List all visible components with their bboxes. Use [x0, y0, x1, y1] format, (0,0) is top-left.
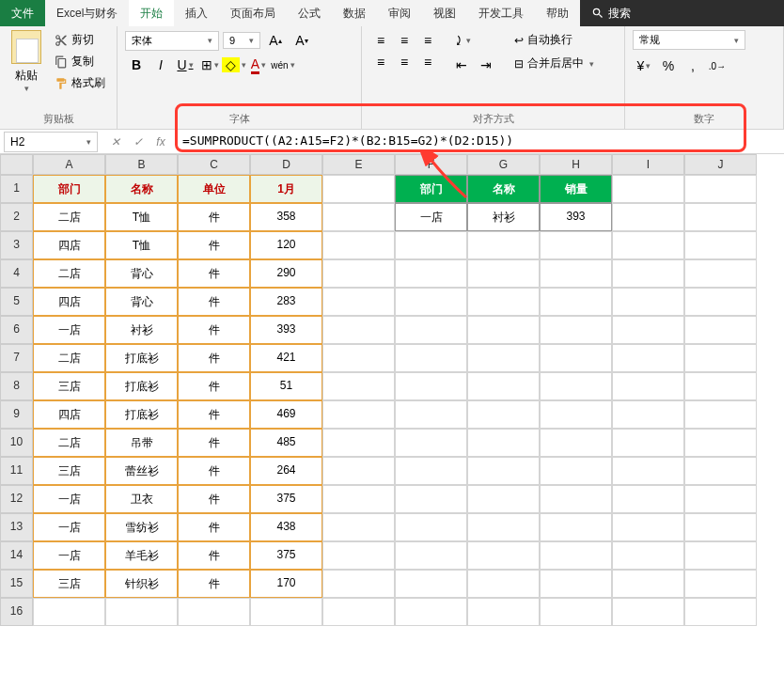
cell-h4[interactable]	[540, 259, 612, 288]
cell-g13[interactable]	[467, 513, 540, 541]
increase-indent-button[interactable]: ⇥	[475, 55, 497, 75]
cell-h11[interactable]	[540, 457, 612, 485]
percent-button[interactable]: %	[657, 55, 680, 76]
cell-i11[interactable]	[612, 457, 684, 485]
cell-g1[interactable]: 名称	[467, 175, 540, 203]
col-head-i[interactable]: I	[612, 154, 684, 175]
cell-h6[interactable]	[540, 316, 612, 344]
cell-b16[interactable]	[105, 598, 178, 626]
row-head-11[interactable]: 11	[0, 457, 33, 485]
decrease-font-button[interactable]: A▾	[290, 30, 313, 51]
cell-f1[interactable]: 部门	[395, 175, 467, 203]
cell-c9[interactable]: 件	[178, 400, 250, 429]
cell-c6[interactable]: 件	[178, 316, 250, 344]
cell-d9[interactable]: 469	[250, 400, 322, 429]
cell-c4[interactable]: 件	[178, 259, 250, 288]
cell-f10[interactable]	[395, 429, 467, 457]
cell-i16[interactable]	[612, 598, 684, 626]
cell-e16[interactable]	[322, 598, 395, 626]
border-button[interactable]: ⊞	[198, 55, 221, 75]
row-head-10[interactable]: 10	[0, 429, 33, 457]
cell-a12[interactable]: 一店	[33, 485, 105, 513]
row-head-6[interactable]: 6	[0, 316, 33, 344]
cell-b10[interactable]: 吊带	[105, 429, 178, 457]
cell-e11[interactable]	[322, 457, 395, 485]
cell-a6[interactable]: 一店	[33, 316, 105, 344]
cell-h10[interactable]	[540, 429, 612, 457]
cell-i1[interactable]	[612, 175, 684, 203]
font-name-combo[interactable]: 宋体	[125, 31, 219, 51]
row-head-2[interactable]: 2	[0, 203, 33, 231]
cell-a3[interactable]: 四店	[33, 231, 105, 259]
cell-c7[interactable]: 件	[178, 344, 250, 372]
cell-i4[interactable]	[612, 259, 684, 288]
cell-d11[interactable]: 264	[250, 457, 322, 485]
cell-d13[interactable]: 438	[250, 513, 322, 541]
cell-b12[interactable]: 卫衣	[105, 485, 178, 513]
cell-j4[interactable]	[684, 259, 757, 288]
cell-b4[interactable]: 背心	[105, 259, 178, 288]
cell-e7[interactable]	[322, 344, 395, 372]
tab-formulas[interactable]: 公式	[287, 0, 332, 26]
number-format-combo[interactable]: 常规	[633, 30, 745, 50]
copy-button[interactable]: 复制	[51, 52, 109, 71]
row-head-9[interactable]: 9	[0, 400, 33, 429]
cut-button[interactable]: 剪切	[51, 30, 109, 50]
cell-j10[interactable]	[684, 429, 757, 457]
cell-c16[interactable]	[178, 598, 250, 626]
cell-d12[interactable]: 375	[250, 485, 322, 513]
spreadsheet[interactable]: A B C D E F G H I J 1 部门 名称 单位 1月 部门 名称 …	[0, 154, 784, 626]
formula-input[interactable]	[175, 130, 784, 151]
cell-j8[interactable]	[684, 372, 757, 400]
merge-center-button[interactable]: ⊟ 合并后居中	[510, 54, 598, 73]
format-painter-button[interactable]: 格式刷	[51, 73, 109, 93]
row-head-1[interactable]: 1	[0, 175, 33, 203]
cell-g6[interactable]	[467, 316, 540, 344]
align-top-button[interactable]: ≡	[369, 30, 392, 51]
cell-e9[interactable]	[322, 400, 395, 429]
select-all-corner[interactable]	[0, 154, 33, 175]
cell-b15[interactable]: 针织衫	[105, 570, 178, 598]
cell-e2[interactable]	[322, 203, 395, 231]
col-head-c[interactable]: C	[178, 154, 250, 175]
currency-button[interactable]: ¥	[633, 55, 655, 76]
cell-c5[interactable]: 件	[178, 288, 250, 316]
cell-e15[interactable]	[322, 570, 395, 598]
cancel-formula-button[interactable]: ✕	[105, 133, 126, 151]
tab-insert[interactable]: 插入	[174, 0, 219, 26]
cell-d10[interactable]: 485	[250, 429, 322, 457]
cell-g8[interactable]	[467, 372, 540, 400]
cell-g11[interactable]	[467, 457, 540, 485]
col-head-h[interactable]: H	[540, 154, 612, 175]
phonetic-button[interactable]: wén	[272, 55, 294, 75]
cell-d8[interactable]: 51	[250, 372, 322, 400]
underline-button[interactable]: U	[174, 55, 196, 75]
align-bottom-button[interactable]: ≡	[416, 30, 439, 51]
decrease-indent-button[interactable]: ⇤	[450, 55, 473, 75]
cell-j9[interactable]	[684, 400, 757, 429]
cell-e14[interactable]	[322, 541, 395, 570]
align-center-button[interactable]: ≡	[393, 52, 416, 72]
cell-a4[interactable]: 二店	[33, 259, 105, 288]
cell-a1[interactable]: 部门	[33, 175, 105, 203]
row-head-7[interactable]: 7	[0, 344, 33, 372]
col-head-b[interactable]: B	[105, 154, 178, 175]
cell-j15[interactable]	[684, 570, 757, 598]
cell-j1[interactable]	[684, 175, 757, 203]
col-head-a[interactable]: A	[33, 154, 105, 175]
cell-g3[interactable]	[467, 231, 540, 259]
cell-d5[interactable]: 283	[250, 288, 322, 316]
cell-j13[interactable]	[684, 513, 757, 541]
enter-formula-button[interactable]: ✓	[128, 133, 149, 151]
wrap-text-button[interactable]: ↩ 自动换行	[510, 30, 598, 50]
cell-f3[interactable]	[395, 231, 467, 259]
tab-review[interactable]: 审阅	[377, 0, 422, 26]
cell-c14[interactable]: 件	[178, 541, 250, 570]
cell-h13[interactable]	[540, 513, 612, 541]
cell-h3[interactable]	[540, 231, 612, 259]
cell-f12[interactable]	[395, 485, 467, 513]
cell-h12[interactable]	[540, 485, 612, 513]
cell-c8[interactable]: 件	[178, 372, 250, 400]
cell-i10[interactable]	[612, 429, 684, 457]
row-head-12[interactable]: 12	[0, 485, 33, 513]
